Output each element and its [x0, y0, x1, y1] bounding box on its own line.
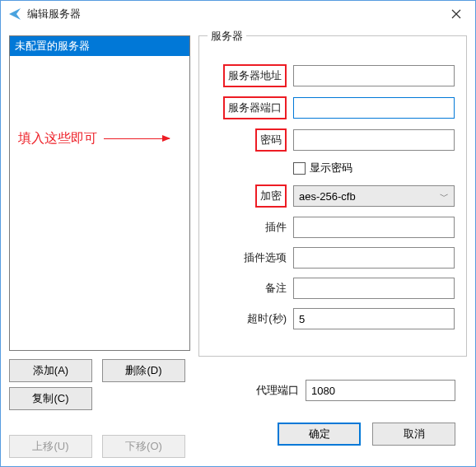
label-encryption: 加密	[255, 184, 287, 208]
dialog-body: 未配置的服务器 填入这些即可 添加(A) 删除(D) 复制(C) 上移(U) 下…	[1, 27, 475, 466]
list-item[interactable]: 未配置的服务器	[10, 36, 189, 56]
move-up-button: 上移(U)	[9, 435, 92, 458]
chevron-down-icon: ﹀	[440, 190, 449, 203]
plugin-input[interactable]	[293, 217, 455, 238]
server-addr-input[interactable]	[293, 65, 455, 86]
proxy-port-input[interactable]	[306, 380, 455, 401]
row-password: 密码	[211, 128, 455, 152]
row-timeout: 超时(秒)	[211, 308, 455, 329]
server-port-input[interactable]	[293, 97, 455, 119]
ok-button[interactable]: 确定	[278, 423, 361, 446]
window: 编辑服务器 未配置的服务器 填入这些即可 添加(A) 删除(D)	[0, 0, 476, 467]
app-icon	[7, 7, 22, 21]
add-button[interactable]: 添加(A)	[9, 359, 92, 382]
remarks-input[interactable]	[293, 278, 455, 299]
label-plugin-opts: 插件选项	[211, 250, 287, 265]
encryption-select[interactable]: aes-256-cfb ﹀	[293, 185, 455, 207]
row-proxy-port: 代理端口	[198, 380, 467, 401]
label-timeout: 超时(秒)	[211, 311, 287, 326]
checkbox-icon	[293, 162, 306, 175]
row-plugin-opts: 插件选项	[211, 247, 455, 269]
ok-button-label: 确定	[309, 427, 330, 441]
cancel-button-label: 取消	[404, 427, 425, 441]
cancel-button[interactable]: 取消	[372, 423, 455, 446]
add-button-label: 添加(A)	[33, 363, 68, 378]
move-down-button: 下移(O)	[102, 435, 185, 458]
annotation-overlay: 填入这些即可	[18, 130, 170, 147]
row-plugin: 插件	[211, 217, 455, 238]
delete-button[interactable]: 删除(D)	[102, 359, 185, 382]
label-password: 密码	[255, 128, 287, 152]
label-server-port: 服务器端口	[223, 96, 287, 119]
label-plugin: 插件	[211, 220, 287, 235]
list-item-label: 未配置的服务器	[15, 40, 90, 52]
label-server-addr: 服务器地址	[223, 64, 287, 87]
plugin-opts-input[interactable]	[293, 247, 455, 269]
row-show-password: 显示密码	[211, 161, 455, 175]
copy-button-label: 复制(C)	[32, 391, 68, 406]
label-remarks: 备注	[211, 281, 287, 296]
close-icon	[451, 9, 461, 19]
row-server-addr: 服务器地址	[211, 64, 455, 87]
move-down-label: 下移(O)	[125, 439, 162, 454]
label-proxy-port: 代理端口	[256, 383, 299, 398]
arrow-right-icon	[104, 138, 170, 139]
server-groupbox: 服务器 服务器地址 服务器端口 密码 显示密码	[198, 35, 467, 357]
window-title: 编辑服务器	[27, 7, 81, 21]
copy-button[interactable]: 复制(C)	[9, 387, 92, 410]
password-input[interactable]	[293, 129, 455, 151]
groupbox-legend: 服务器	[208, 29, 246, 44]
annotation-label: 填入这些即可	[18, 130, 97, 147]
encryption-value: aes-256-cfb	[299, 190, 356, 203]
dialog-footer: 确定 取消	[198, 423, 467, 446]
right-column: 服务器 服务器地址 服务器端口 密码 显示密码	[198, 35, 467, 458]
server-listbox[interactable]: 未配置的服务器 填入这些即可	[9, 35, 190, 351]
titlebar: 编辑服务器	[1, 1, 475, 27]
move-up-label: 上移(U)	[32, 439, 68, 454]
row-remarks: 备注	[211, 278, 455, 299]
button-row-2: 复制(C)	[9, 387, 190, 410]
left-column: 未配置的服务器 填入这些即可 添加(A) 删除(D) 复制(C) 上移(U) 下…	[9, 35, 190, 458]
button-row-3: 上移(U) 下移(O)	[9, 435, 190, 458]
close-button[interactable]	[437, 1, 475, 27]
show-password-checkbox[interactable]: 显示密码	[293, 161, 352, 175]
row-encryption: 加密 aes-256-cfb ﹀	[211, 184, 455, 208]
show-password-label: 显示密码	[310, 161, 352, 175]
button-row-1: 添加(A) 删除(D)	[9, 359, 190, 382]
delete-button-label: 删除(D)	[125, 363, 161, 378]
timeout-input[interactable]	[293, 308, 455, 329]
row-server-port: 服务器端口	[211, 96, 455, 119]
